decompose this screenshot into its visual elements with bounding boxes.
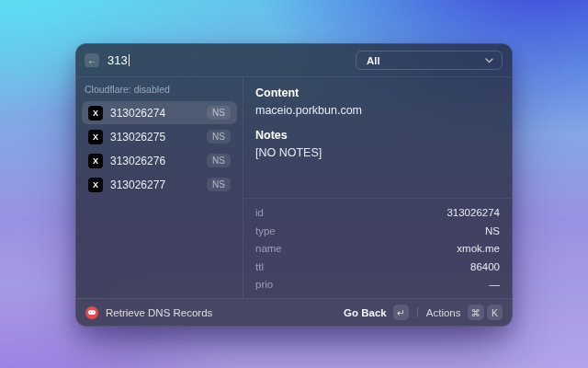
metadata-row: name xmok.me — [255, 240, 500, 259]
section-header: Cloudflare: disabled — [85, 84, 234, 95]
detail-section-content: Content maceio.porkbun.com — [255, 86, 499, 117]
metadata-label: id — [255, 207, 264, 218]
record-x-icon: X — [88, 106, 103, 121]
action-bar: Retrieve DNS Records Go Back ↵ Actions ⌘… — [76, 298, 512, 326]
record-id: 313026274 — [110, 107, 165, 120]
list-item[interactable]: X 313026277 NS — [82, 173, 237, 196]
command-key-icon: ⌘ — [468, 305, 485, 320]
metadata-row: ttl 86400 — [255, 258, 500, 276]
metadata-value: 313026274 — [447, 207, 500, 218]
list-item[interactable]: X 313026276 NS — [82, 149, 237, 172]
metadata-panel: id 313026274 type NS name xmok.me ttl 86… — [243, 198, 512, 299]
filter-dropdown[interactable]: All — [356, 51, 503, 70]
return-key-icon: ↵ — [393, 305, 409, 320]
command-title: Retrieve DNS Records — [106, 307, 212, 318]
record-type-badge: NS — [207, 106, 231, 120]
pig-snout-icon — [88, 310, 96, 315]
record-x-icon: X — [88, 178, 103, 192]
record-id: 313026275 — [110, 131, 165, 144]
metadata-value: NS — [485, 225, 500, 236]
list-item[interactable]: X 313026275 NS — [82, 125, 237, 148]
metadata-value: xmok.me — [457, 243, 500, 254]
detail-section-notes: Notes [NO NOTES] — [255, 129, 499, 159]
metadata-label: name — [255, 243, 282, 254]
metadata-row: prio — — [255, 276, 500, 294]
record-id: 313026276 — [110, 155, 165, 167]
chevron-down-icon — [485, 58, 493, 63]
results-list: Cloudflare: disabled X 313026274 NS X 31… — [76, 77, 243, 298]
metadata-row: id 313026274 — [255, 204, 500, 223]
filter-dropdown-value: All — [367, 55, 380, 66]
detail-content: Content maceio.porkbun.com Notes [NO NOT… — [243, 77, 512, 198]
record-id: 313026277 — [110, 178, 165, 191]
metadata-label: ttl — [255, 261, 264, 272]
command-palette-window: ← 313 All Cloudflare: disabled X 3130262… — [75, 43, 513, 327]
search-value: 313 — [107, 53, 128, 67]
search-input[interactable]: 313 — [107, 53, 130, 67]
k-key-icon: K — [487, 305, 503, 320]
porkbun-app-icon — [85, 306, 98, 319]
actions-button[interactable]: Actions — [426, 307, 461, 318]
list-item[interactable]: X 313026274 NS — [82, 101, 237, 124]
footer-divider — [417, 307, 418, 317]
detail-heading: Content — [255, 86, 499, 99]
detail-pane: Content maceio.porkbun.com Notes [NO NOT… — [243, 77, 512, 298]
record-type-badge: NS — [207, 178, 231, 191]
search-header: ← 313 All — [76, 44, 512, 76]
detail-value: maceio.porkbun.com — [255, 104, 499, 117]
detail-value: [NO NOTES] — [255, 146, 499, 159]
record-type-badge: NS — [207, 154, 231, 167]
metadata-label: prio — [255, 279, 273, 290]
text-caret — [129, 54, 130, 66]
back-button[interactable]: ← — [85, 53, 99, 67]
go-back-button[interactable]: Go Back — [344, 307, 387, 318]
metadata-value: — — [490, 279, 501, 290]
back-arrow-icon: ← — [87, 55, 96, 65]
detail-heading: Notes — [255, 129, 499, 142]
record-type-badge: NS — [207, 130, 231, 144]
record-x-icon: X — [88, 130, 103, 144]
metadata-row: type NS — [255, 222, 500, 240]
main-area: Cloudflare: disabled X 313026274 NS X 31… — [76, 77, 512, 298]
record-x-icon: X — [88, 154, 103, 168]
metadata-label: type — [255, 225, 276, 236]
metadata-value: 86400 — [470, 261, 500, 272]
actions-shortcut: ⌘ K — [468, 305, 503, 320]
footer-actions: Go Back ↵ Actions ⌘ K — [344, 305, 503, 320]
